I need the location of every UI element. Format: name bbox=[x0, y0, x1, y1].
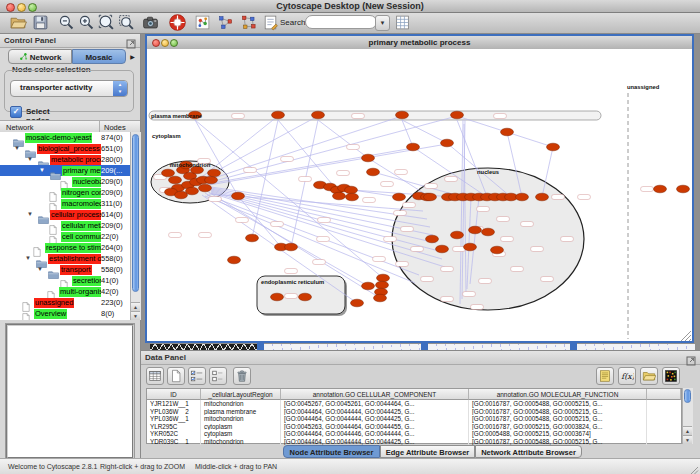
network-node[interactable] bbox=[426, 235, 439, 243]
tree-row-nitrogen-compo[interactable]: nitrogen compo209(0) bbox=[0, 187, 130, 198]
network-node[interactable] bbox=[482, 228, 495, 236]
app-titlebar[interactable]: Cytoscape Desktop (New Session) bbox=[0, 0, 700, 13]
close-view-icon[interactable] bbox=[152, 39, 160, 47]
network-node[interactable] bbox=[396, 111, 409, 119]
column-header--cellularlayoutregion[interactable]: _cellularLayoutRegion bbox=[201, 389, 281, 400]
table-cell[interactable]: [GO:0044464, GO:0044444, GO:0044425, G..… bbox=[281, 438, 469, 446]
tree-row-response-to-stimulu[interactable]: response to stimulu264(0) bbox=[0, 242, 130, 253]
network-window-titlebar[interactable]: primary metabolic process bbox=[147, 36, 692, 50]
network-canvas[interactable]: plasma membranecytoplasmmitochondrionnuc… bbox=[147, 49, 692, 341]
table-cell[interactable]: [GO:0044464, GO:0044444, GO:0044425, G..… bbox=[281, 415, 469, 423]
float-panel-icon[interactable] bbox=[126, 35, 136, 45]
search-input[interactable] bbox=[305, 15, 377, 29]
tree-row-multi-organism-pro[interactable]: multi-organism pro42(0) bbox=[0, 286, 130, 297]
tree-scrollbar[interactable]: ▲ ▼ bbox=[130, 132, 141, 320]
tree-row-unassigned[interactable]: unassigned223(0) bbox=[0, 297, 130, 308]
birdseye-button[interactable] bbox=[192, 14, 212, 32]
tab-mosaic[interactable]: Mosaic bbox=[72, 49, 126, 64]
network-node[interactable] bbox=[393, 193, 406, 201]
snapshot-button[interactable] bbox=[140, 14, 160, 32]
network-node[interactable] bbox=[424, 193, 437, 201]
annotation-button[interactable] bbox=[260, 14, 280, 32]
background-window-frame[interactable] bbox=[257, 343, 264, 350]
tab-overflow-button[interactable]: ▶ bbox=[127, 52, 138, 63]
table-cell[interactable]: [GO:0016787, GO:0005488, GO:0005215, G..… bbox=[469, 415, 647, 423]
tree-scroll-down-icon[interactable]: ▼ bbox=[131, 311, 140, 320]
network-node[interactable] bbox=[362, 282, 375, 290]
network-node[interactable] bbox=[536, 193, 549, 201]
float-panel-icon[interactable] bbox=[686, 352, 696, 362]
tree-row-overview[interactable]: Overview8(0) bbox=[0, 308, 130, 319]
table-cell[interactable]: mitochondrion bbox=[201, 400, 281, 408]
network-node[interactable] bbox=[312, 111, 325, 119]
table-cell[interactable]: plasma membrane bbox=[201, 408, 281, 416]
network-node[interactable] bbox=[491, 246, 504, 254]
tree-header-divider[interactable] bbox=[99, 121, 100, 132]
network-node[interactable] bbox=[469, 226, 482, 234]
tree-scrollbar-thumb[interactable] bbox=[132, 134, 139, 292]
attribute-table[interactable]: ID_cellularLayoutRegionannotation.GO CEL… bbox=[146, 388, 682, 444]
tree-row-metabolic-process[interactable]: ▼metabolic process280(0) bbox=[0, 154, 130, 165]
tree-row-transport[interactable]: ▼transport558(0) bbox=[0, 264, 130, 275]
attr-select-button[interactable] bbox=[188, 367, 206, 385]
table-cell[interactable]: mitochondrion bbox=[201, 415, 281, 423]
zoom-out-button[interactable] bbox=[56, 14, 76, 32]
table-cell[interactable]: [GO:0005488, GO:0005215, GO:0003674] bbox=[469, 430, 647, 438]
network-node[interactable] bbox=[285, 243, 298, 251]
tree-row-establishment-of-lo[interactable]: ▼establishment of lo558(0) bbox=[0, 253, 130, 264]
table-cell[interactable]: [GO:0016787, GO:0005488, GO:0005215, G..… bbox=[469, 438, 647, 446]
table-cell[interactable]: YPL036W__1 bbox=[147, 415, 201, 423]
column-header-annotation-go-molecular-function[interactable]: annotation.GO MOLECULAR_FUNCTION bbox=[469, 389, 647, 400]
minimize-window-icon[interactable] bbox=[17, 3, 26, 12]
network-node[interactable] bbox=[208, 169, 221, 177]
attr-import-button[interactable] bbox=[640, 367, 658, 385]
expand-arrow-icon[interactable]: ▼ bbox=[39, 167, 45, 173]
attr-delete-button[interactable] bbox=[233, 367, 251, 385]
attr-matrix-button[interactable] bbox=[662, 367, 680, 385]
tree-row-nucleobase-[interactable]: nucleobase-209(0) bbox=[0, 176, 130, 187]
network-node[interactable] bbox=[367, 168, 380, 176]
table-scrollbar[interactable]: ▲ ▼ bbox=[682, 388, 693, 444]
help-button[interactable] bbox=[167, 14, 187, 32]
network-node[interactable] bbox=[169, 176, 182, 184]
layout-b-button[interactable] bbox=[238, 14, 258, 32]
network-node[interactable] bbox=[271, 293, 284, 301]
tab-network[interactable]: Network bbox=[8, 49, 72, 64]
column-header-annotation-go-cellular-component[interactable]: annotation.GO CELLULAR_COMPONENT bbox=[281, 389, 469, 400]
network-node[interactable] bbox=[346, 193, 359, 201]
table-cell[interactable]: YJR121W__1 bbox=[147, 400, 201, 408]
tree-row-cell-communicat[interactable]: cell communicat22(0) bbox=[0, 231, 130, 242]
network-node[interactable] bbox=[299, 293, 312, 301]
table-cell[interactable]: YLR295C bbox=[147, 423, 201, 431]
attr-unselect-button[interactable] bbox=[209, 367, 227, 385]
table-cell[interactable]: [GO:0016787, GO:0005488, GO:0005215, G..… bbox=[469, 400, 647, 408]
network-node[interactable] bbox=[232, 192, 245, 200]
close-window-icon[interactable] bbox=[6, 3, 15, 12]
attr-notes-button[interactable] bbox=[596, 367, 614, 385]
network-node[interactable] bbox=[654, 185, 667, 193]
network-node[interactable] bbox=[272, 111, 285, 119]
network-node[interactable] bbox=[228, 256, 241, 264]
attribute-browser-button[interactable] bbox=[392, 14, 412, 32]
network-view-window[interactable]: primary metabolic process plasma membran… bbox=[145, 34, 694, 343]
network-node[interactable] bbox=[333, 192, 346, 200]
network-node[interactable] bbox=[464, 243, 477, 251]
zoom-window-icon[interactable] bbox=[28, 3, 37, 12]
attr-select-columns-button[interactable] bbox=[146, 367, 164, 385]
network-node[interactable] bbox=[441, 139, 454, 147]
tree-row-macromolecule[interactable]: macromolecule311(0) bbox=[0, 198, 130, 209]
tab-edge-attribute-browser[interactable]: Edge Attribute Browser bbox=[380, 445, 475, 458]
network-node[interactable] bbox=[362, 154, 375, 162]
tree-row-cellular-metabo[interactable]: cellular metabo209(0) bbox=[0, 220, 130, 231]
expand-arrow-icon[interactable]: ▼ bbox=[27, 156, 33, 162]
network-node[interactable] bbox=[351, 299, 364, 307]
network-node[interactable] bbox=[501, 128, 514, 136]
table-scrollbar-thumb[interactable] bbox=[684, 389, 691, 403]
table-cell[interactable]: cytoplasm bbox=[201, 430, 281, 438]
background-window-frame[interactable] bbox=[421, 343, 428, 350]
network-node[interactable] bbox=[345, 186, 358, 194]
network-node[interactable] bbox=[186, 187, 199, 195]
column-header-id[interactable]: ID bbox=[147, 389, 201, 400]
network-node[interactable] bbox=[205, 176, 218, 184]
table-cell[interactable]: YDR039C__1 bbox=[147, 438, 201, 446]
